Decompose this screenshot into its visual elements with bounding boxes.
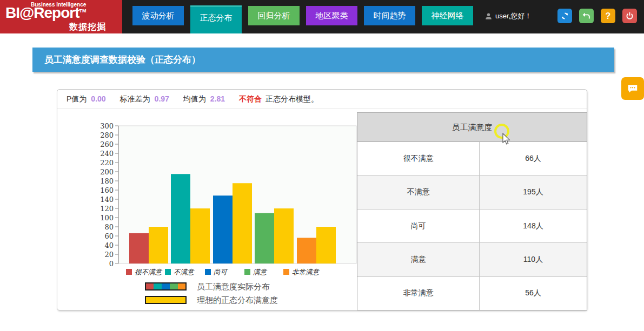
y-tick-label: 20 <box>104 251 114 259</box>
legend-actual-segment-2 <box>162 283 170 290</box>
legend-swatch-2 <box>205 269 211 275</box>
bar-actual-0[interactable] <box>129 233 149 264</box>
nav-tab-1[interactable]: 波动分析 <box>132 6 184 25</box>
page-title-bar: 员工满意度调查数据校验（正态分布） <box>32 48 614 72</box>
table-row[interactable]: 非常满意56人 <box>357 277 587 310</box>
y-tick-label: 100 <box>100 214 114 222</box>
page-title: 员工满意度调查数据校验（正态分布） <box>44 55 201 65</box>
y-tick-label: 140 <box>100 195 114 204</box>
top-navbar: Business Intelligence BI@ReportTM 数据挖掘 波… <box>0 0 644 33</box>
y-tick-label: 240 <box>100 150 114 158</box>
navbar-actions: ? <box>557 9 637 23</box>
bar-actual-4[interactable] <box>297 238 316 264</box>
back-button[interactable] <box>579 9 594 23</box>
brand-name: BI@ReportTM <box>5 4 87 22</box>
nav-tab-2[interactable]: 正态分布 <box>190 5 242 33</box>
y-tick-label: 300 <box>100 122 114 130</box>
power-button[interactable] <box>622 9 637 23</box>
legend-actual-label: 员工满意度实际分布 <box>197 282 270 291</box>
brand-logo[interactable]: Business Intelligence BI@ReportTM 数据挖掘 <box>0 0 122 33</box>
mean-value: 2.81 <box>210 94 225 103</box>
bar-ideal-4[interactable] <box>316 227 336 264</box>
bar-ideal-1[interactable] <box>190 208 210 264</box>
feedback-button[interactable] <box>621 77 644 100</box>
table-header[interactable]: 员工满意度 <box>357 113 587 142</box>
legend-swatch-3 <box>244 269 250 275</box>
legend-swatch-0 <box>126 269 132 275</box>
bar-actual-1[interactable] <box>171 174 190 264</box>
refresh-button[interactable] <box>557 9 572 23</box>
app-window: Business Intelligence BI@ReportTM 数据挖掘 波… <box>0 0 644 331</box>
sd-value: 0.97 <box>155 94 169 103</box>
y-tick-label: 160 <box>100 186 114 194</box>
legend-ideal-bar <box>145 296 186 303</box>
legend-swatch-4 <box>283 269 289 275</box>
bar-actual-3[interactable] <box>255 213 274 264</box>
bar-ideal-0[interactable] <box>149 227 168 264</box>
help-button[interactable]: ? <box>601 9 615 23</box>
bar-chart: 0204060801001201401601802002202402602803… <box>57 109 357 311</box>
y-tick-label: 120 <box>100 205 114 213</box>
cell-category: 尚可 <box>357 210 480 242</box>
sd-label: 标准差为 <box>120 94 150 103</box>
legend-category-label-2: 尚可 <box>214 268 229 276</box>
p-value: 0.00 <box>91 94 105 103</box>
chat-bubble-icon <box>627 83 639 94</box>
cell-category: 不满意 <box>357 175 480 208</box>
cell-category: 非常满意 <box>357 277 480 310</box>
back-arrow-icon <box>582 11 591 21</box>
table-row[interactable]: 很不满意66人 <box>357 142 587 175</box>
y-tick-label: 180 <box>100 177 114 185</box>
mean-label: 均值为 <box>183 94 206 103</box>
nav-tabs: 波动分析正态分布回归分析地区聚类时间趋势神经网络 <box>132 0 473 33</box>
cell-count: 110人 <box>480 243 587 276</box>
brand-subtitle: 数据挖掘 <box>69 22 106 33</box>
y-tick-label: 260 <box>100 140 114 148</box>
user-info[interactable]: user,您好！ <box>484 11 532 21</box>
legend-actual-segment-1 <box>154 283 162 290</box>
legend-actual-segment-3 <box>170 283 178 290</box>
nav-tab-6[interactable]: 神经网络 <box>422 6 473 25</box>
table-row[interactable]: 不满意195人 <box>357 175 587 209</box>
question-mark-icon: ? <box>606 11 611 21</box>
cell-count: 66人 <box>480 142 587 175</box>
bar-actual-2[interactable] <box>213 195 233 264</box>
user-icon <box>484 12 493 21</box>
stats-bar: P值为0.00标准差为0.97均值为2.81不符合正态分布模型。 <box>57 90 587 109</box>
legend-actual-segment-0 <box>145 283 154 290</box>
nav-tab-4[interactable]: 地区聚类 <box>306 6 357 25</box>
cell-category: 很不满意 <box>357 142 480 175</box>
y-tick-label: 40 <box>104 241 114 249</box>
satisfaction-table: 员工满意度 很不满意66人不满意195人尚可148人满意110人非常满意56人 <box>357 112 587 310</box>
cell-count: 56人 <box>480 277 587 310</box>
verdict-badge: 不符合 <box>239 94 262 103</box>
y-tick-label: 0 <box>109 260 114 268</box>
nav-tab-5[interactable]: 时间趋势 <box>364 6 415 25</box>
verdict-suffix: 正态分布模型。 <box>265 94 318 103</box>
legend-category-label-0: 很不满意 <box>135 268 163 276</box>
y-tick-label: 80 <box>104 223 114 231</box>
cell-count: 148人 <box>480 210 587 242</box>
user-greeting: user,您好！ <box>495 11 532 21</box>
cell-count: 195人 <box>480 175 587 208</box>
legend-ideal-label: 理想的正态分布满意度 <box>197 295 278 305</box>
legend-category-label-3: 满意 <box>253 268 268 276</box>
main-panel: P值为0.00标准差为0.97均值为2.81不符合正态分布模型。 0204060… <box>57 89 587 310</box>
legend-category-label-1: 不满意 <box>174 268 195 276</box>
y-tick-label: 220 <box>100 159 114 167</box>
nav-tab-3[interactable]: 回归分析 <box>248 6 300 25</box>
power-icon <box>625 11 634 21</box>
brand-name-text: BI@Report <box>5 4 79 21</box>
y-tick-label: 280 <box>100 131 114 139</box>
legend-actual-segment-4 <box>178 283 186 290</box>
y-tick-label: 60 <box>104 232 114 240</box>
legend-swatch-1 <box>165 269 171 275</box>
trademark-mark: TM <box>79 8 87 13</box>
bar-ideal-2[interactable] <box>233 183 252 264</box>
table-row[interactable]: 满意110人 <box>357 243 587 276</box>
legend-category-label-4: 非常满意 <box>292 268 320 276</box>
y-tick-label: 200 <box>100 168 114 176</box>
bar-ideal-3[interactable] <box>274 208 294 264</box>
table-row[interactable]: 尚可148人 <box>357 210 587 243</box>
refresh-icon <box>560 11 569 21</box>
